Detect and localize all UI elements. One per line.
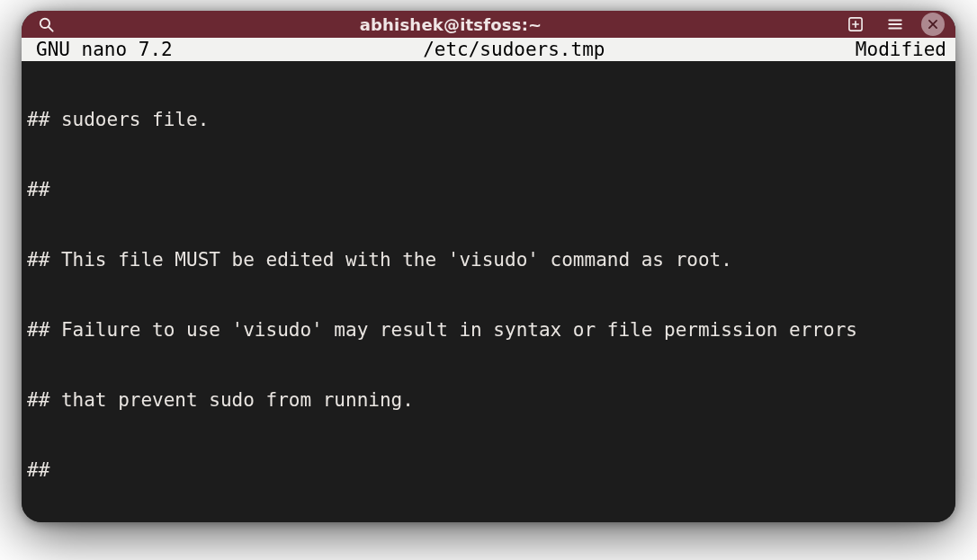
window-title: abhishek@itsfoss:~: [59, 15, 842, 34]
editor-line: ## This file MUST be edited with the 'vi…: [27, 248, 950, 271]
nano-titlebar: GNU nano 7.2 /etc/sudoers.tmp Modified: [22, 38, 955, 61]
terminal-window: abhishek@itsfoss:~: [22, 11, 955, 522]
editor-filename: /etc/sudoers.tmp: [173, 38, 856, 61]
editor-line: ##: [27, 458, 950, 482]
editor-line: ## Failure to use 'visudo' may result in…: [27, 318, 950, 342]
new-tab-icon[interactable]: [842, 11, 869, 38]
hamburger-menu-icon[interactable]: [882, 11, 909, 38]
search-icon[interactable]: [32, 11, 59, 38]
terminal-body[interactable]: GNU nano 7.2 /etc/sudoers.tmp Modified #…: [22, 38, 955, 522]
close-icon[interactable]: [921, 13, 945, 36]
editor-content[interactable]: ## sudoers file. ## ## This file MUST be…: [22, 61, 955, 522]
svg-line-1: [49, 27, 53, 31]
editor-name: GNU nano 7.2: [25, 38, 173, 61]
editor-line: ##: [27, 178, 950, 201]
editor-line: ## that prevent sudo from running.: [27, 388, 950, 412]
window-titlebar: abhishek@itsfoss:~: [22, 11, 955, 38]
editor-modified: Modified: [856, 38, 952, 61]
editor-line: ## sudoers file.: [27, 108, 950, 131]
